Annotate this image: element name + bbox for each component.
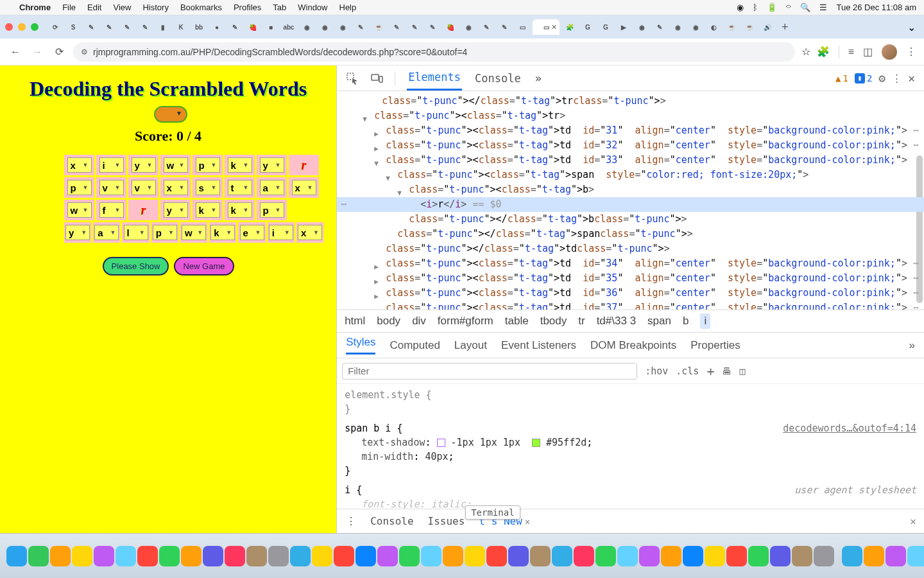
- browser-tab[interactable]: bb: [190, 19, 208, 35]
- browser-tab[interactable]: ▮: [154, 19, 172, 35]
- wifi-icon[interactable]: ⌔: [786, 3, 791, 12]
- breadcrumb-item[interactable]: body: [377, 315, 400, 328]
- close-tab-icon[interactable]: ✕: [551, 23, 557, 31]
- letter-cell[interactable]: y▼: [160, 200, 191, 220]
- letter-cell[interactable]: w▼: [64, 200, 94, 220]
- letter-select[interactable]: p▼: [153, 225, 177, 240]
- letter-select[interactable]: f▼: [99, 202, 124, 218]
- rule-source-link[interactable]: decodewords…&outof=4:14: [783, 421, 916, 435]
- dock-app-icon[interactable]: [508, 546, 529, 566]
- devtools-tab-console[interactable]: Console: [474, 67, 522, 90]
- warnings-badge[interactable]: ▲1: [835, 73, 848, 83]
- dom-node[interactable]: ▶class="t-punc"><class="t-tag">td id="31…: [337, 123, 924, 138]
- dom-node[interactable]: ▶class="t-punc"><class="t-tag">td id="35…: [337, 271, 924, 286]
- tabs-dropdown-icon[interactable]: ⌄: [903, 19, 919, 35]
- styles-tab-props[interactable]: Properties: [690, 339, 740, 352]
- browser-tab[interactable]: ✎: [477, 19, 495, 35]
- letter-select[interactable]: w▼: [67, 202, 92, 218]
- profile-avatar[interactable]: [882, 44, 897, 60]
- screenrecord-icon[interactable]: ◉: [737, 3, 744, 12]
- browser-tab[interactable]: 🍓: [441, 19, 459, 35]
- browser-tab[interactable]: G: [597, 19, 615, 35]
- breadcrumb-item[interactable]: span: [647, 315, 671, 328]
- dock-app-icon[interactable]: [72, 546, 92, 566]
- dock-app-icon[interactable]: [290, 546, 311, 566]
- close-window-icon[interactable]: [5, 23, 13, 31]
- dock-app-icon[interactable]: [421, 546, 441, 566]
- drawer-menu-icon[interactable]: ⋮: [346, 515, 356, 527]
- dock-app-icon[interactable]: [159, 546, 180, 566]
- letter-cell[interactable]: v▼: [96, 177, 126, 198]
- menu-history[interactable]: History: [142, 3, 168, 12]
- breadcrumb-item[interactable]: b: [683, 315, 689, 328]
- dom-node[interactable]: ▶class="t-punc"><class="t-tag">td id="37…: [337, 301, 924, 310]
- dock-app-icon[interactable]: [268, 546, 289, 566]
- devtools-settings-icon[interactable]: ⚙: [878, 71, 886, 85]
- dock-app-icon[interactable]: [661, 546, 681, 566]
- letter-select[interactable]: e▼: [240, 225, 264, 240]
- dock-app-icon[interactable]: [842, 546, 862, 566]
- dock-app-icon[interactable]: [465, 546, 485, 566]
- dom-node[interactable]: class="t-punc"></class="t-tag">tdclass="…: [337, 241, 924, 256]
- letter-select[interactable]: w▼: [182, 225, 206, 240]
- letter-cell[interactable]: e▼: [238, 222, 265, 243]
- breadcrumb-item[interactable]: form#gform: [438, 315, 493, 328]
- maximize-window-icon[interactable]: [31, 23, 38, 31]
- dock-app-icon[interactable]: [50, 546, 71, 566]
- letter-cell[interactable]: w▼: [180, 222, 207, 243]
- dock-app-icon[interactable]: [116, 546, 136, 566]
- letter-cell[interactable]: y▼: [64, 222, 91, 243]
- letter-select[interactable]: s▼: [196, 180, 220, 195]
- browser-tab[interactable]: ◉: [687, 19, 705, 35]
- dock-app-icon[interactable]: [312, 546, 332, 566]
- browser-tab[interactable]: K: [172, 19, 190, 35]
- breadcrumb-item[interactable]: html: [345, 315, 365, 328]
- dock-app-icon[interactable]: [355, 546, 376, 566]
- dock-app-icon[interactable]: [748, 546, 769, 566]
- breadcrumb-item[interactable]: td#\33 3: [597, 315, 636, 328]
- letter-select[interactable]: v▼: [99, 180, 124, 195]
- active-tab[interactable]: ▭ ✕: [533, 19, 560, 35]
- letter-cell[interactable]: p▼: [193, 155, 223, 175]
- back-button[interactable]: ←: [8, 44, 23, 60]
- window-controls[interactable]: [5, 23, 38, 31]
- menu-edit[interactable]: Edit: [87, 3, 101, 12]
- cls-toggle[interactable]: .cls: [676, 365, 699, 377]
- menu-view[interactable]: View: [113, 3, 131, 12]
- letter-select[interactable]: y▼: [65, 225, 90, 240]
- letter-cell[interactable]: t▼: [225, 177, 255, 198]
- letter-cell[interactable]: i▼: [268, 222, 295, 243]
- browser-tab[interactable]: ✎: [495, 19, 513, 35]
- breadcrumb-item[interactable]: tr: [578, 315, 585, 328]
- dock-app-icon[interactable]: [617, 546, 638, 566]
- letter-cell[interactable]: v▼: [128, 177, 158, 198]
- devtools-tab-elements[interactable]: Elements: [407, 66, 462, 91]
- breadcrumb-item[interactable]: div: [412, 315, 426, 328]
- browser-tab[interactable]: ☕: [370, 19, 388, 35]
- dock-app-icon[interactable]: [705, 546, 725, 566]
- dock-app-icon[interactable]: [574, 546, 594, 566]
- dock-app-icon[interactable]: [6, 546, 27, 566]
- menu-help[interactable]: Help: [339, 3, 357, 12]
- letter-cell[interactable]: x▼: [296, 222, 323, 243]
- dock-app-icon[interactable]: [814, 546, 834, 566]
- letter-select[interactable]: i▼: [99, 157, 124, 173]
- menu-bookmarks[interactable]: Bookmarks: [180, 3, 222, 12]
- dom-node[interactable]: ⋯<i>r</i> == $0: [337, 197, 924, 212]
- dom-node[interactable]: ▼class="t-punc"><class="t-tag">tr>: [337, 109, 924, 123]
- letter-cell[interactable]: x▼: [160, 177, 191, 198]
- title-dropdown[interactable]: [154, 106, 187, 123]
- menu-window[interactable]: Window: [298, 3, 327, 12]
- browser-tab[interactable]: ▶: [615, 19, 633, 35]
- browser-tab[interactable]: ◉: [334, 19, 352, 35]
- letter-select[interactable]: k▼: [210, 225, 235, 240]
- dock-app-icon[interactable]: [639, 546, 660, 566]
- letter-select[interactable]: v▼: [132, 180, 156, 195]
- browser-tab[interactable]: ⟳: [46, 19, 64, 35]
- dock-app-icon[interactable]: [203, 546, 223, 566]
- reload-button[interactable]: ⟳: [51, 44, 67, 60]
- dom-node[interactable]: class="t-punc"></class="t-tag">bclass="t…: [337, 212, 924, 227]
- browser-tab[interactable]: S: [64, 19, 82, 35]
- letter-cell[interactable]: k▼: [225, 155, 255, 175]
- browser-tab[interactable]: ✎: [118, 19, 136, 35]
